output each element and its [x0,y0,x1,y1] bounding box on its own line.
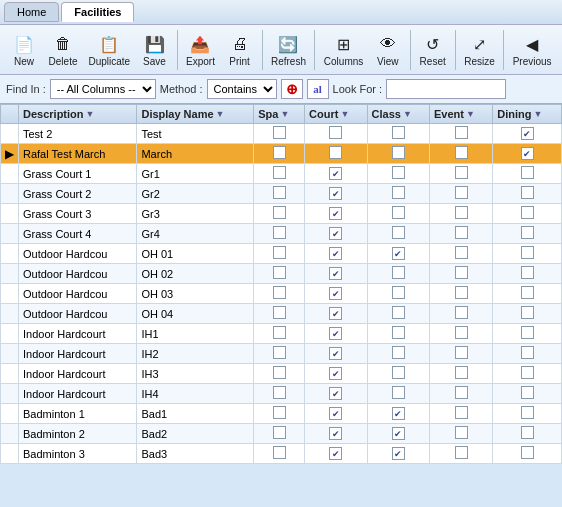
tab-facilities[interactable]: Facilities [61,2,134,22]
checkbox-event-2[interactable] [455,166,468,179]
toolbar-btn-print[interactable]: 🖨Print [222,29,258,70]
checkbox-class-5[interactable] [392,226,405,239]
checkbox-dining-2[interactable] [521,166,534,179]
table-row[interactable]: Badminton 1Bad1 [1,404,562,424]
checkbox-court-5[interactable] [329,227,342,240]
cell-court-11[interactable] [305,344,367,364]
col-filter-arrow-description[interactable]: ▼ [86,109,95,119]
cell-dining-15[interactable] [493,424,562,444]
checkbox-spa-0[interactable] [273,126,286,139]
cell-class-7[interactable] [367,264,430,284]
col-filter-arrow-event[interactable]: ▼ [466,109,475,119]
checkbox-dining-9[interactable] [521,306,534,319]
toolbar-btn-columns[interactable]: ⊞Columns [319,29,367,70]
checkbox-event-8[interactable] [455,286,468,299]
cell-court-6[interactable] [305,244,367,264]
checkbox-dining-15[interactable] [521,426,534,439]
checkbox-dining-14[interactable] [521,406,534,419]
checkbox-spa-11[interactable] [273,346,286,359]
cell-spa-5[interactable] [254,224,305,244]
checkbox-dining-13[interactable] [521,386,534,399]
cell-event-13[interactable] [430,384,493,404]
table-row[interactable]: Outdoor HardcouOH 04 [1,304,562,324]
cell-spa-16[interactable] [254,444,305,464]
checkbox-dining-7[interactable] [521,266,534,279]
table-row[interactable]: Badminton 2Bad2 [1,424,562,444]
checkbox-class-2[interactable] [392,166,405,179]
checkbox-event-5[interactable] [455,226,468,239]
cell-court-14[interactable] [305,404,367,424]
checkbox-court-4[interactable] [329,207,342,220]
cell-court-2[interactable] [305,164,367,184]
col-filter-arrow-spa[interactable]: ▼ [280,109,289,119]
cell-dining-11[interactable] [493,344,562,364]
cell-spa-6[interactable] [254,244,305,264]
checkbox-spa-4[interactable] [273,206,286,219]
toolbar-btn-previous[interactable]: ◀Previous [508,29,556,70]
cell-class-5[interactable] [367,224,430,244]
checkbox-spa-3[interactable] [273,186,286,199]
cell-dining-0[interactable] [493,124,562,144]
cell-spa-14[interactable] [254,404,305,424]
filter-icon-2[interactable]: al [307,79,329,99]
col-header-display_name[interactable]: Display Name▼ [137,105,254,124]
cell-event-11[interactable] [430,344,493,364]
checkbox-class-0[interactable] [392,126,405,139]
col-header-class[interactable]: Class▼ [367,105,430,124]
cell-event-16[interactable] [430,444,493,464]
cell-class-0[interactable] [367,124,430,144]
cell-court-8[interactable] [305,284,367,304]
checkbox-spa-2[interactable] [273,166,286,179]
checkbox-court-16[interactable] [329,447,342,460]
checkbox-event-13[interactable] [455,386,468,399]
cell-court-0[interactable] [305,124,367,144]
checkbox-spa-14[interactable] [273,406,286,419]
col-filter-arrow-class[interactable]: ▼ [403,109,412,119]
checkbox-court-11[interactable] [329,347,342,360]
cell-spa-7[interactable] [254,264,305,284]
cell-dining-6[interactable] [493,244,562,264]
cell-event-4[interactable] [430,204,493,224]
filter-icon-1[interactable]: ⊕ [281,79,303,99]
checkbox-court-14[interactable] [329,407,342,420]
toolbar-btn-refresh[interactable]: 🔄Refresh [266,29,310,70]
checkbox-court-1[interactable] [329,146,342,159]
toolbar-btn-duplicate[interactable]: 📋Duplicate [84,29,134,70]
cell-court-10[interactable] [305,324,367,344]
checkbox-event-9[interactable] [455,306,468,319]
checkbox-class-11[interactable] [392,346,405,359]
checkbox-class-14[interactable] [392,407,405,420]
checkbox-dining-11[interactable] [521,346,534,359]
cell-dining-3[interactable] [493,184,562,204]
checkbox-dining-16[interactable] [521,446,534,459]
checkbox-dining-4[interactable] [521,206,534,219]
checkbox-dining-5[interactable] [521,226,534,239]
col-header-spa[interactable]: Spa▼ [254,105,305,124]
cell-dining-9[interactable] [493,304,562,324]
cell-dining-16[interactable] [493,444,562,464]
cell-dining-2[interactable] [493,164,562,184]
table-row[interactable]: Indoor HardcourtIH4 [1,384,562,404]
checkbox-spa-9[interactable] [273,306,286,319]
cell-class-16[interactable] [367,444,430,464]
cell-class-1[interactable] [367,144,430,164]
checkbox-event-10[interactable] [455,326,468,339]
table-row[interactable]: ▶Rafal Test MarchMarch [1,144,562,164]
checkbox-court-2[interactable] [329,167,342,180]
checkbox-class-12[interactable] [392,366,405,379]
cell-spa-0[interactable] [254,124,305,144]
cell-event-5[interactable] [430,224,493,244]
checkbox-spa-7[interactable] [273,266,286,279]
checkbox-class-16[interactable] [392,447,405,460]
checkbox-class-1[interactable] [392,146,405,159]
toolbar-btn-reset[interactable]: ↺Reset [415,29,451,70]
method-select[interactable]: Contains [207,79,277,99]
cell-class-8[interactable] [367,284,430,304]
cell-event-9[interactable] [430,304,493,324]
cell-class-9[interactable] [367,304,430,324]
cell-spa-10[interactable] [254,324,305,344]
checkbox-class-6[interactable] [392,247,405,260]
cell-class-15[interactable] [367,424,430,444]
cell-court-12[interactable] [305,364,367,384]
cell-event-1[interactable] [430,144,493,164]
